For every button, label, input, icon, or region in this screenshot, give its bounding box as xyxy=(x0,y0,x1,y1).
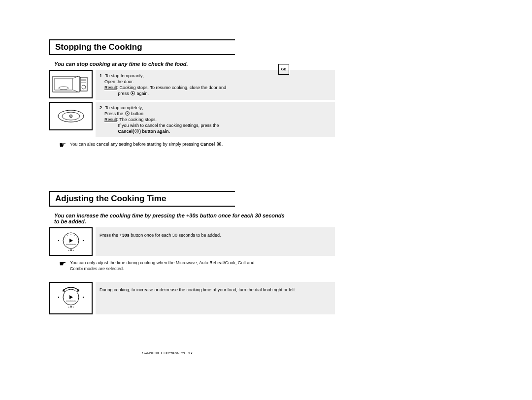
row-body: Press the +30s button once for each 30 s… xyxy=(96,227,335,256)
svg-point-5 xyxy=(82,85,86,89)
step-text: : Cooking stops. To resume cooking, clos… xyxy=(117,85,226,90)
step-text: : The cooking stops. xyxy=(117,117,157,122)
language-badge: GB xyxy=(278,64,289,75)
note-text: You can also cancel any setting before s… xyxy=(70,141,223,147)
step-text: Cancel( xyxy=(118,129,134,134)
svg-point-9 xyxy=(59,87,68,90)
svg-rect-1 xyxy=(55,78,72,90)
step-text: Press the xyxy=(104,111,123,116)
illustration-microwave-door xyxy=(49,70,93,98)
cancel-icon xyxy=(125,111,130,116)
result-label: Result xyxy=(104,117,117,122)
result-label: Result xyxy=(104,85,117,90)
step-text: To stop temporarily; xyxy=(105,73,144,78)
svg-line-3 xyxy=(73,90,78,92)
svg-point-28 xyxy=(83,240,84,241)
section-intro-stopping: You can stop cooking at any time to chec… xyxy=(54,61,286,67)
svg-point-43 xyxy=(58,296,59,297)
svg-text:+ 30 s: + 30 s xyxy=(68,249,74,251)
illustration-plus30s: + 30 s xyxy=(49,227,93,256)
step-text: again. xyxy=(137,91,149,96)
svg-rect-0 xyxy=(53,76,79,92)
svg-line-2 xyxy=(73,76,78,78)
illustration-cancel-button xyxy=(49,102,93,130)
svg-line-33 xyxy=(65,238,66,239)
step-text: press xyxy=(118,91,129,96)
step-1-body: 1 To stop temporarily; Open the door. Re… xyxy=(96,70,335,100)
illustration-dial-turn: + 30 s xyxy=(49,282,93,314)
page-footer: Samsung Electronics 17 xyxy=(49,351,286,355)
step-text: To stop completely; xyxy=(105,105,143,110)
row-body: During cooking, to increase or decrease … xyxy=(96,282,335,314)
svg-marker-34 xyxy=(69,239,73,243)
step-number: 1 xyxy=(100,73,102,78)
svg-marker-11 xyxy=(132,92,134,94)
svg-point-44 xyxy=(83,296,84,297)
svg-marker-47 xyxy=(69,295,73,299)
svg-line-30 xyxy=(74,235,75,236)
step-text: Open the door. xyxy=(104,79,134,84)
pointer-icon: ☛ xyxy=(59,141,66,149)
step-2-body: 2 To stop completely; Press the button R… xyxy=(96,102,335,138)
section-intro-adjusting: You can increase the cooking time by pre… xyxy=(54,213,286,224)
step-text: ) button again. xyxy=(139,129,170,134)
cancel-icon xyxy=(134,129,139,133)
svg-text:+ 30 s: + 30 s xyxy=(68,306,74,308)
step-text: button xyxy=(131,111,143,116)
section-title-stopping: Stopping the Cooking xyxy=(49,39,235,55)
step-text: If you wish to cancel the cooking settin… xyxy=(118,123,219,128)
svg-line-32 xyxy=(76,238,78,239)
step-number: 2 xyxy=(100,105,102,110)
section-title-adjusting: Adjusting the Cooking Time xyxy=(49,191,235,207)
cancel-icon xyxy=(216,142,222,146)
svg-point-27 xyxy=(58,240,59,241)
pointer-icon: ☛ xyxy=(59,260,66,268)
note-text: You can only adjust the time during cook… xyxy=(70,260,267,272)
svg-line-31 xyxy=(67,235,68,236)
start-icon xyxy=(130,91,135,95)
